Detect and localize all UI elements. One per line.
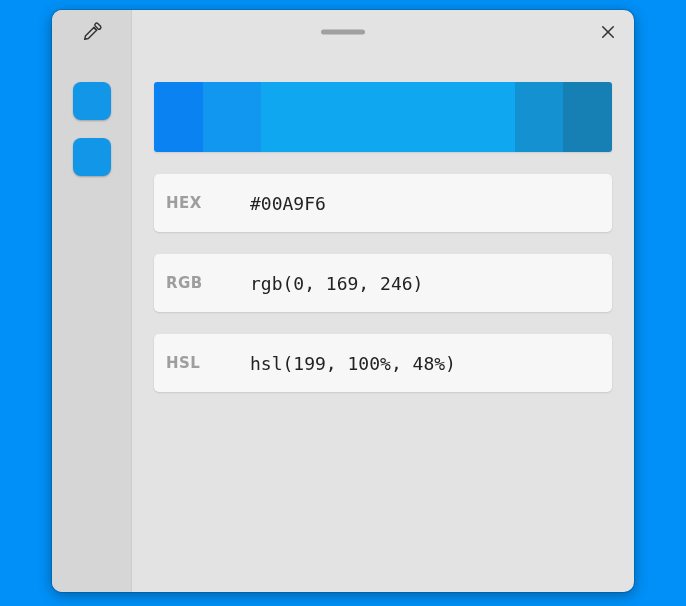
eyedropper-button[interactable] <box>52 10 132 54</box>
hex-card: HEX <box>154 174 612 232</box>
shade-0[interactable] <box>154 82 203 152</box>
color-picker-window: HEX RGB HSL <box>52 10 634 592</box>
rgb-value-input[interactable] <box>248 272 600 295</box>
shade-4[interactable] <box>563 82 612 152</box>
window-body: HEX RGB HSL <box>52 54 634 592</box>
shade-row[interactable] <box>154 82 612 152</box>
eyedropper-icon <box>81 21 103 43</box>
hsl-value-input[interactable] <box>248 352 600 375</box>
titlebar[interactable] <box>52 10 634 54</box>
drag-handle[interactable] <box>321 30 365 35</box>
hsl-card: HSL <box>154 334 612 392</box>
hex-value-input[interactable] <box>248 192 600 215</box>
shade-3[interactable] <box>515 82 564 152</box>
rgb-label: RGB <box>166 274 248 292</box>
close-icon <box>599 23 617 41</box>
shade-1[interactable] <box>203 82 261 152</box>
sidebar <box>52 54 132 592</box>
close-button[interactable] <box>594 18 622 46</box>
swatch-1[interactable] <box>73 138 111 176</box>
rgb-card: RGB <box>154 254 612 312</box>
format-cards: HEX RGB HSL <box>154 174 612 392</box>
hex-label: HEX <box>166 194 248 212</box>
swatch-0[interactable] <box>73 82 111 120</box>
shade-2[interactable] <box>261 82 514 152</box>
main-panel: HEX RGB HSL <box>132 54 634 592</box>
hsl-label: HSL <box>166 354 248 372</box>
